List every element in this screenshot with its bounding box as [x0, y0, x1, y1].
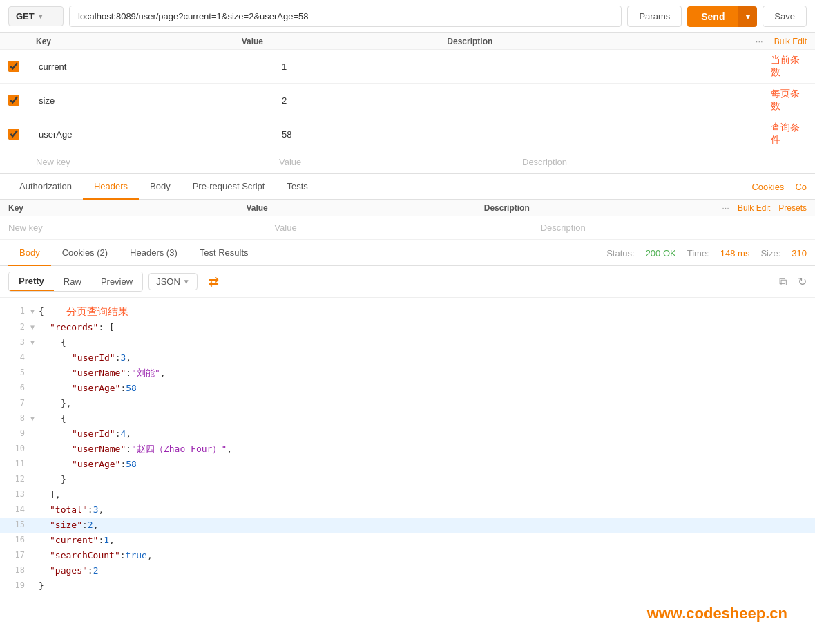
method-chevron-icon: ▼	[37, 12, 44, 20]
json-line-16: 16 "current" : 1 ,	[0, 533, 815, 548]
json-line-15: 15 "size" : 2 ,	[0, 518, 815, 533]
json-viewer: 1 ▼ { 分页查询结果 2 ▼ "records" : [ 3 ▼ { 4 "…	[0, 298, 815, 599]
param-row-size: size 2 每页条数	[0, 84, 815, 117]
send-button[interactable]: Send	[687, 6, 738, 27]
send-dropdown-button[interactable]: ▼	[738, 6, 757, 27]
view-tab-raw[interactable]: Raw	[54, 272, 91, 291]
json-line-2: 2 ▼ "records" : [	[0, 320, 815, 335]
json-line-9: 9 "userId" : 4 ,	[0, 426, 815, 442]
json-line-5: 5 "userName" : "刘能" ,	[0, 366, 815, 381]
json-annotation-pagination: 分页查询结果	[66, 303, 128, 320]
size-label: Size:	[760, 248, 780, 258]
json-line-10: 10 "userName" : "赵四（Zhao Four）" ,	[0, 442, 815, 457]
param-userage-desc	[522, 133, 765, 135]
param-userage-value: 58	[279, 128, 522, 141]
param-size-value: 2	[279, 94, 522, 107]
param-new-desc-placeholder: Description	[522, 157, 765, 167]
headers-new-row: New key Value Description	[0, 216, 815, 240]
headers-new-key: New key	[8, 222, 274, 233]
watermark: www.codesheep.cn	[0, 599, 815, 628]
json-line-6: 6 "userAge" : 58	[0, 381, 815, 396]
param-size-checkbox[interactable]	[8, 95, 19, 106]
param-row-current: current 1 当前条数	[0, 50, 815, 84]
co-link[interactable]: Co	[795, 182, 807, 192]
param-current-key: current	[36, 60, 279, 73]
cookies-link[interactable]: Cookies	[751, 182, 784, 192]
param-new-row: New key Value Description	[0, 151, 815, 173]
format-chevron-icon: ▼	[183, 278, 190, 285]
json-line-1: 1 ▼ { 分页查询结果	[0, 303, 815, 320]
response-tabs-bar: Body Cookies (2) Headers (3) Test Result…	[0, 240, 815, 266]
tab-prerequest[interactable]: Pre-request Script	[182, 174, 276, 200]
headers-new-desc: Description	[541, 222, 807, 233]
refresh-icon[interactable]: ↻	[798, 275, 807, 288]
param-current-value: 1	[279, 60, 522, 73]
send-btn-group: Send ▼	[687, 6, 757, 27]
param-current-annotation: 当前条数	[765, 53, 807, 80]
param-new-key-placeholder: New key	[36, 157, 279, 167]
param-userage-annotation: 查询条件	[765, 120, 807, 148]
tab-headers[interactable]: Headers	[83, 174, 139, 200]
headers-new-value: Value	[274, 222, 540, 233]
headers-section: Key Value Description ··· Bulk Edit Pres…	[0, 200, 815, 240]
time-label: Time:	[687, 248, 709, 258]
status-label: Status:	[606, 248, 634, 258]
format-select[interactable]: JSON ▼	[148, 273, 198, 290]
save-button[interactable]: Save	[763, 6, 807, 27]
params-more-icon[interactable]: ···	[756, 36, 763, 46]
headers-more-icon[interactable]: ···	[722, 202, 729, 213]
method-select[interactable]: GET ▼	[8, 6, 64, 26]
json-line-19: 19 }	[0, 578, 815, 594]
headers-presets-link[interactable]: Presets	[778, 203, 807, 213]
param-size-key: size	[36, 94, 279, 107]
param-current-desc	[522, 65, 765, 68]
param-userage-checkbox[interactable]	[8, 129, 19, 140]
status-value: 200 OK	[646, 248, 676, 258]
param-size-desc	[522, 99, 765, 102]
params-value-header: Value	[242, 37, 448, 46]
url-input[interactable]	[69, 6, 622, 27]
json-line-7: 7 },	[0, 396, 815, 411]
param-size-annotation: 每页条数	[765, 86, 807, 114]
headers-key-header: Key	[8, 203, 246, 213]
resp-tab-body[interactable]: Body	[8, 240, 51, 266]
param-new-value-placeholder: Value	[279, 157, 522, 167]
headers-value-header: Value	[246, 203, 483, 213]
param-current-checkbox[interactable]	[8, 61, 19, 72]
top-bar: GET ▼ Params Send ▼ Save	[0, 0, 815, 33]
headers-desc-header: Description	[484, 203, 722, 213]
json-line-8: 8 ▼ {	[0, 411, 815, 426]
json-line-3: 3 ▼ {	[0, 335, 815, 350]
resp-tab-headers[interactable]: Headers (3)	[119, 240, 189, 266]
json-line-12: 12 }	[0, 472, 815, 487]
view-tabs-bar: Pretty Raw Preview JSON ▼ ⇄ ⧉ ↻	[0, 266, 815, 298]
json-line-18: 18 "pages" : 2	[0, 563, 815, 578]
params-section: Key Value Description ··· Bulk Edit curr…	[0, 33, 815, 174]
view-tab-preview[interactable]: Preview	[91, 272, 142, 291]
copy-icon[interactable]: ⧉	[779, 276, 787, 288]
resp-tab-test-results[interactable]: Test Results	[189, 240, 260, 266]
size-value: 310	[792, 248, 807, 258]
method-label: GET	[16, 11, 35, 21]
json-line-14: 14 "total" : 3 ,	[0, 502, 815, 518]
view-tab-pretty[interactable]: Pretty	[9, 272, 54, 291]
request-tabs: Authorization Headers Body Pre-request S…	[0, 174, 815, 200]
tab-authorization[interactable]: Authorization	[8, 174, 83, 200]
tab-body[interactable]: Body	[139, 174, 182, 200]
format-label: JSON	[156, 276, 180, 287]
json-line-13: 13 ],	[0, 487, 815, 502]
json-line-17: 17 "searchCount" : true ,	[0, 548, 815, 563]
params-desc-header: Description	[447, 37, 755, 46]
params-key-header: Key	[36, 37, 242, 46]
param-row-userage: userAge 58 查询条件	[0, 117, 815, 151]
tab-tests[interactable]: Tests	[276, 174, 318, 200]
wrap-icon[interactable]: ⇄	[209, 274, 219, 290]
param-userage-key: userAge	[36, 128, 279, 141]
params-button[interactable]: Params	[627, 6, 682, 27]
json-line-11: 11 "userAge" : 58	[0, 457, 815, 472]
headers-bulk-edit-link[interactable]: Bulk Edit	[738, 203, 770, 213]
params-bulk-edit-link[interactable]: Bulk Edit	[774, 37, 807, 46]
view-tab-group: Pretty Raw Preview	[8, 272, 143, 292]
json-line-4: 4 "userId" : 3 ,	[0, 350, 815, 366]
resp-tab-cookies[interactable]: Cookies (2)	[51, 240, 119, 266]
